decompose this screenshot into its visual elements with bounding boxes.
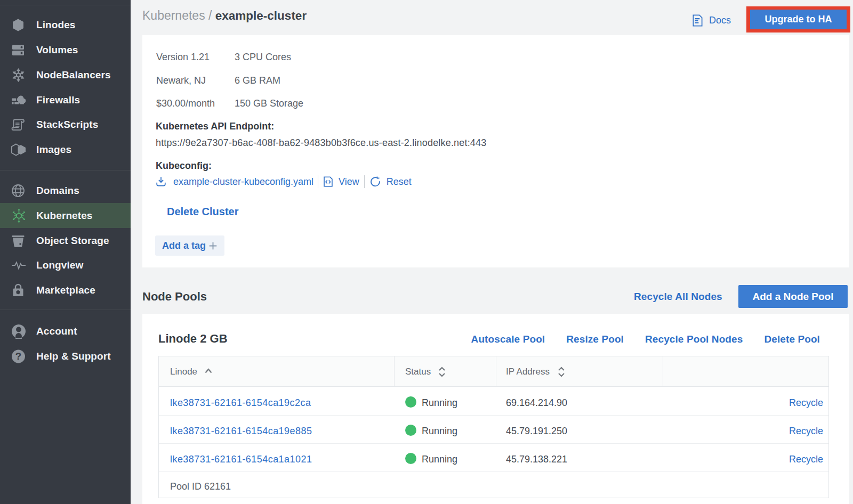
svg-text:?: ? (15, 351, 21, 362)
